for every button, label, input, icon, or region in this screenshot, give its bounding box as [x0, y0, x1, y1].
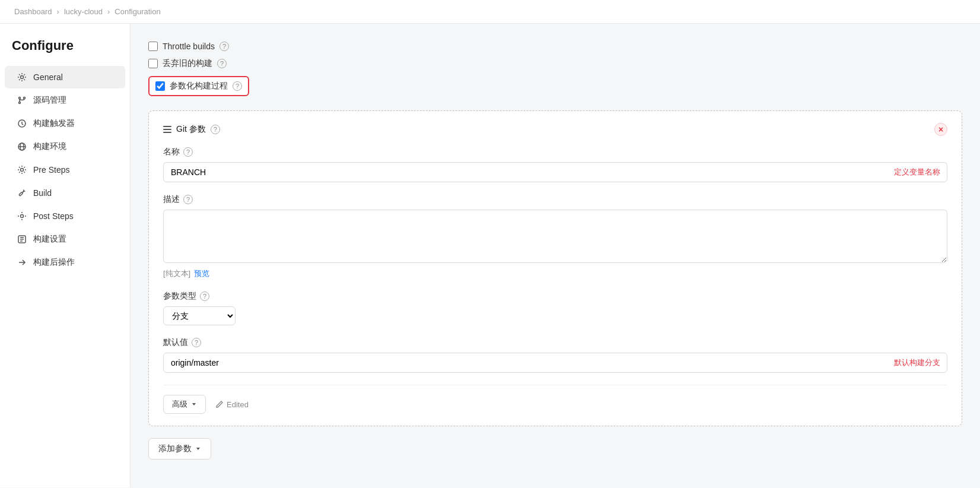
sidebar-item-trigger[interactable]: 构建触发器 — [5, 112, 125, 135]
throttle-builds-row: Throttle builds ? — [148, 42, 962, 51]
name-field-group: 名称 ? 定义变量名称 — [163, 147, 947, 182]
param-type-field-group: 参数类型 ? 分支 标签 修订版本 Pull Request — [163, 291, 947, 325]
sidebar-label-env: 构建环境 — [33, 141, 66, 152]
sidebar-item-buildsettings[interactable]: 构建设置 — [5, 228, 125, 251]
presteps-icon — [17, 164, 27, 175]
parameterize-checkbox[interactable] — [155, 81, 165, 91]
param-type-label: 参数类型 ? — [163, 291, 947, 302]
format-plain-text: [纯文本] — [163, 268, 190, 279]
sidebar-title: Configure — [0, 38, 130, 65]
advanced-label: 高级 — [172, 399, 187, 410]
sidebar-label-postbuild: 构建后操作 — [33, 257, 75, 268]
throttle-builds-checkbox[interactable] — [148, 42, 158, 51]
name-help-icon[interactable]: ? — [183, 147, 193, 157]
desc-field-label: 描述 ? — [163, 194, 947, 205]
discard-builds-label: 丢弃旧的构建 — [163, 58, 212, 69]
main-content: Throttle builds ? 丢弃旧的构建 ? 参数化构建过程 ? Git — [131, 24, 980, 487]
param-card-close-button[interactable]: × — [934, 123, 947, 136]
throttle-builds-label: Throttle builds — [163, 42, 215, 51]
edited-tag: Edited — [215, 400, 249, 409]
name-field-label: 名称 ? — [163, 147, 947, 157]
name-input-wrapper: 定义变量名称 — [163, 162, 947, 182]
sidebar-label-general: General — [33, 72, 63, 82]
discard-builds-checkbox[interactable] — [148, 59, 158, 68]
default-help-icon[interactable]: ? — [192, 338, 201, 347]
svg-point-3 — [24, 97, 26, 99]
arrow-icon — [17, 257, 27, 268]
breadcrumb: Dashboard › lucky-cloud › Configuration — [0, 0, 980, 24]
discard-builds-row: 丢弃旧的构建 ? — [148, 58, 962, 69]
gear-icon — [17, 72, 27, 83]
settings-icon — [17, 234, 27, 245]
default-value-field-group: 默认值 ? 默认构建分支 — [163, 337, 947, 373]
sidebar-item-postbuild[interactable]: 构建后操作 — [5, 251, 125, 274]
param-type-select[interactable]: 分支 标签 修订版本 Pull Request — [163, 306, 236, 325]
default-value-input[interactable] — [163, 353, 947, 373]
breadcrumb-sep1: › — [57, 7, 59, 16]
sidebar-label-poststeps: Post Steps — [33, 211, 74, 221]
param-card: Git 参数 ? × 名称 ? 定义变量名称 描述 — [148, 110, 962, 426]
parameterize-row: 参数化构建过程 ? — [148, 76, 249, 96]
sidebar-label-source: 源码管理 — [33, 95, 66, 106]
sidebar-item-poststeps[interactable]: Post Steps — [5, 205, 125, 227]
format-row: [纯文本] 预览 — [163, 268, 947, 279]
add-param-chevron-icon — [195, 446, 201, 452]
clock-icon — [17, 118, 27, 129]
sidebar: Configure General 源码管理 — [0, 24, 131, 487]
breadcrumb-project[interactable]: lucky-cloud — [64, 7, 103, 16]
svg-point-2 — [19, 102, 21, 104]
sidebar-item-build[interactable]: Build — [5, 182, 125, 204]
parameterize-help-icon[interactable]: ? — [233, 81, 242, 91]
card-header-left: Git 参数 ? — [163, 124, 220, 135]
card-header: Git 参数 ? × — [163, 123, 947, 136]
globe-icon — [17, 141, 27, 152]
param-type-help-icon[interactable]: ? — [200, 291, 209, 301]
param-card-title: Git 参数 — [176, 124, 206, 135]
edit-icon — [215, 400, 224, 408]
desc-field-group: 描述 ? [纯文本] 预览 — [163, 194, 947, 279]
wrench-icon — [17, 188, 27, 198]
discard-help-icon[interactable]: ? — [217, 59, 227, 68]
breadcrumb-current: Configuration — [114, 7, 160, 16]
sidebar-item-presteps[interactable]: Pre Steps — [5, 159, 125, 181]
sidebar-label-presteps: Pre Steps — [33, 165, 69, 175]
breadcrumb-dashboard[interactable]: Dashboard — [14, 7, 52, 16]
default-input-wrapper: 默认构建分支 — [163, 353, 947, 373]
breadcrumb-sep2: › — [107, 7, 110, 16]
sidebar-item-env[interactable]: 构建环境 — [5, 135, 125, 158]
svg-point-1 — [19, 97, 21, 99]
poststeps-icon — [17, 211, 27, 221]
name-input[interactable] — [163, 162, 947, 182]
default-value-label: 默认值 ? — [163, 337, 947, 348]
sidebar-label-buildsettings: 构建设置 — [33, 234, 66, 245]
sidebar-label-build: Build — [33, 188, 52, 198]
sidebar-item-general[interactable]: General — [5, 66, 125, 88]
sidebar-item-source[interactable]: 源码管理 — [5, 89, 125, 112]
svg-point-8 — [21, 215, 24, 218]
parameterize-label: 参数化构建过程 — [170, 81, 228, 91]
desc-textarea[interactable] — [163, 210, 947, 263]
param-card-help-icon[interactable]: ? — [211, 125, 220, 134]
sidebar-label-trigger: 构建触发器 — [33, 118, 75, 129]
chevron-down-icon — [191, 401, 197, 407]
svg-point-7 — [21, 169, 24, 172]
add-param-label: 添加参数 — [158, 443, 192, 454]
card-footer: 高级 Edited — [163, 385, 947, 414]
add-param-button[interactable]: 添加参数 — [148, 438, 211, 460]
drag-handle-icon — [163, 126, 171, 133]
throttle-help-icon[interactable]: ? — [219, 42, 229, 51]
advanced-button[interactable]: 高级 — [163, 395, 206, 414]
desc-help-icon[interactable]: ? — [183, 195, 193, 204]
edited-label: Edited — [227, 400, 249, 409]
format-preview-link[interactable]: 预览 — [194, 268, 209, 279]
branch-icon — [17, 95, 27, 106]
svg-point-0 — [21, 76, 24, 79]
